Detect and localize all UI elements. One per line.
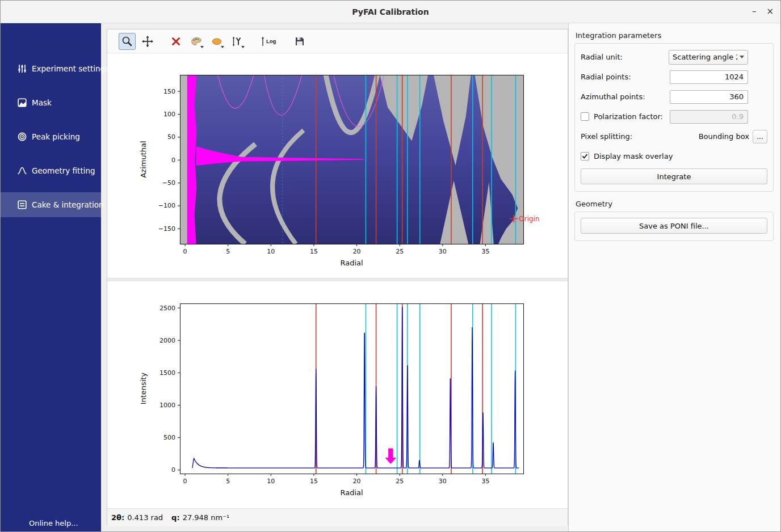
geometry-group: Save as PONI file... (574, 212, 774, 241)
polarization-checkbox[interactable] (581, 112, 589, 121)
sidebar-item-label: Geometry fitting (32, 166, 95, 175)
mask-shape-button[interactable] (208, 33, 225, 50)
svg-text:0: 0 (171, 466, 175, 474)
right-panel: Integration parameters Radial unit: Scat… (568, 23, 780, 531)
chevron-down-icon (241, 46, 245, 48)
pixel-splitting-label: Pixel splitting: (581, 132, 632, 141)
mask-overlay-label: Display mask overlay (594, 152, 673, 161)
intensity-plot[interactable]: 0510152025303505001000150020002500Radial… (107, 281, 568, 508)
svg-text:1500: 1500 (159, 369, 175, 377)
svg-text:150: 150 (163, 88, 175, 95)
svg-text:−150: −150 (158, 225, 175, 233)
sidebar-item-experiment-settings[interactable]: Experiment settings (1, 56, 101, 81)
log-scale-button[interactable]: Log (256, 33, 280, 50)
svg-text:Intensity: Intensity (139, 372, 148, 404)
app-body: Experiment settings Mask Peak picking (1, 23, 780, 531)
title-bar: PyFAI Calibration – × (1, 1, 780, 23)
azimuthal-points-label: Azimuthal points: (581, 92, 645, 101)
svg-text:100: 100 (163, 111, 175, 118)
svg-text:−50: −50 (162, 179, 175, 187)
radial-unit-select[interactable]: Scattering angle 2 (669, 50, 748, 65)
azimuthal-points-input[interactable] (670, 90, 748, 104)
svg-text:0: 0 (183, 248, 187, 255)
pyfai-window: PyFAI Calibration – × Experiment setting… (0, 0, 781, 532)
radial-unit-label: Radial unit: (581, 53, 623, 61)
save-poni-button[interactable]: Save as PONI file... (581, 218, 767, 234)
pan-icon (141, 35, 154, 48)
log-label: Log (266, 38, 276, 44)
minimize-button[interactable]: – (752, 7, 757, 16)
svg-text:20: 20 (353, 248, 361, 255)
svg-text:30: 30 (439, 248, 447, 255)
sidebar-item-label: Peak picking (32, 132, 80, 141)
svg-text:5: 5 (226, 478, 230, 485)
svg-text:Origin: Origin (519, 215, 539, 223)
sidebar-item-peak-picking[interactable]: Peak picking (1, 124, 101, 149)
online-help-link[interactable]: Online help... (29, 519, 78, 527)
pan-button[interactable] (139, 33, 156, 50)
svg-text:35: 35 (481, 478, 489, 485)
q-value: 27.948 nm⁻¹ (183, 513, 230, 522)
svg-text:0: 0 (171, 157, 175, 164)
chevron-down-icon (200, 46, 204, 48)
colormap-button[interactable] (188, 33, 205, 50)
svg-text:2000: 2000 (159, 337, 175, 344)
radial-points-input[interactable] (670, 70, 748, 84)
cake-integration-icon (17, 200, 27, 210)
svg-text:Radial: Radial (340, 259, 363, 267)
radial-points-row: Radial points: (581, 67, 767, 87)
integrate-button[interactable]: Integrate (581, 168, 767, 184)
zoom-button[interactable] (119, 33, 136, 50)
geometry-title: Geometry (576, 200, 774, 208)
svg-text:Radial: Radial (340, 488, 363, 497)
svg-text:−100: −100 (158, 202, 175, 209)
sidebar-item-label: Experiment settings (32, 64, 109, 73)
q-label: q: (171, 513, 180, 522)
red-x-icon (170, 35, 182, 48)
window-controls: – × (752, 1, 774, 23)
pixel-splitting-more-button[interactable]: ... (753, 130, 767, 143)
svg-text:20: 20 (353, 478, 361, 485)
window-title: PyFAI Calibration (1, 7, 780, 16)
radial-unit-value: Scattering angle 2 (673, 53, 737, 61)
sidebar: Experiment settings Mask Peak picking (1, 23, 101, 531)
close-button[interactable]: × (766, 7, 774, 16)
svg-text:1000: 1000 (159, 402, 175, 409)
azimuthal-points-row: Azimuthal points: (581, 87, 767, 107)
mask-icon (17, 98, 27, 108)
svg-text:10: 10 (267, 478, 275, 485)
svg-text:25: 25 (396, 478, 404, 485)
svg-text:Azimuthal: Azimuthal (139, 141, 148, 178)
svg-text:5: 5 (226, 248, 230, 255)
svg-text:30: 30 (439, 478, 447, 485)
plot-panel: Log 05101520253035−150−100−50050100150Ra… (107, 29, 568, 526)
status-bar: 2θ: 0.413 rad q: 27.948 nm⁻¹ (107, 508, 568, 526)
sidebar-item-cake-integration[interactable]: Cake & integration (1, 192, 101, 217)
svg-text:2500: 2500 (159, 305, 175, 312)
sidebar-item-label: Cake & integration (32, 200, 104, 209)
sidebar-item-mask[interactable]: Mask (1, 90, 101, 115)
cake-plot[interactable]: 05101520253035−150−100−50050100150Radial… (107, 53, 568, 278)
svg-text:15: 15 (310, 248, 318, 255)
log-scale-icon (260, 35, 266, 48)
peak-curve-icon (17, 166, 27, 176)
save-icon (293, 35, 306, 48)
integration-parameters-group: Radial unit: Scattering angle 2 Radial p… (574, 43, 774, 192)
svg-text:15: 15 (310, 478, 318, 485)
svg-text:35: 35 (481, 248, 489, 255)
svg-text:10: 10 (267, 248, 275, 255)
chevron-down-icon (221, 46, 224, 48)
main-area: Log 05101520253035−150−100−50050100150Ra… (101, 23, 568, 531)
integration-parameters-title: Integration parameters (576, 31, 774, 40)
zoom-icon (121, 35, 133, 48)
pixel-splitting-row: Pixel splitting: Bounding box ... (581, 126, 767, 146)
y-axis-options-button[interactable] (229, 33, 246, 50)
save-figure-button[interactable] (291, 33, 308, 50)
clear-markers-button[interactable] (167, 33, 184, 50)
check-icon (582, 153, 588, 159)
mask-overlay-row: Display mask overlay (581, 146, 767, 166)
tth-value: 0.413 rad (127, 513, 163, 522)
sidebar-item-geometry-fitting[interactable]: Geometry fitting (1, 158, 101, 183)
mask-overlay-checkbox[interactable] (581, 152, 589, 161)
polarization-label: Polarization factor: (594, 112, 663, 121)
